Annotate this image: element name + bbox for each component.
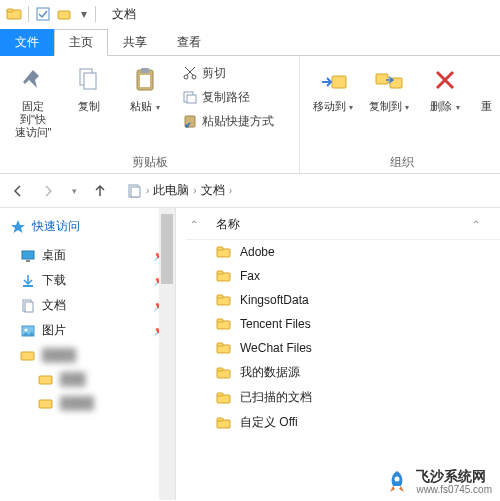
svg-rect-8 bbox=[140, 75, 150, 87]
copy-path-button[interactable]: 复制路径 bbox=[180, 86, 276, 108]
sort-arrow-icon: ⌃ bbox=[472, 219, 480, 230]
folder-icon bbox=[216, 292, 232, 308]
folder-icon bbox=[216, 316, 232, 332]
tab-file[interactable]: 文件 bbox=[0, 29, 54, 56]
svg-point-10 bbox=[192, 75, 196, 79]
tab-home[interactable]: 主页 bbox=[54, 29, 108, 56]
folder-small-icon[interactable] bbox=[57, 6, 73, 22]
svg-rect-34 bbox=[217, 295, 223, 298]
paste-button[interactable]: 粘贴 ▾ bbox=[120, 62, 170, 115]
svg-rect-2 bbox=[37, 8, 49, 20]
svg-rect-44 bbox=[217, 418, 223, 421]
breadcrumb-documents[interactable]: 文档 bbox=[201, 182, 225, 199]
sidebar-item-desktop[interactable]: 桌面 📌 bbox=[0, 243, 175, 268]
list-item[interactable]: Fax bbox=[186, 264, 500, 288]
svg-rect-36 bbox=[217, 319, 223, 322]
move-to-button[interactable]: 移动到 ▾ bbox=[308, 62, 358, 115]
separator bbox=[95, 6, 96, 22]
svg-rect-30 bbox=[217, 247, 223, 250]
delete-icon bbox=[429, 64, 461, 96]
breadcrumb-this-pc[interactable]: 此电脑 bbox=[153, 182, 189, 199]
copy-icon bbox=[73, 64, 105, 96]
folder-icon bbox=[216, 244, 232, 260]
sidebar-item-pictures[interactable]: 图片 📌 bbox=[0, 318, 175, 343]
svg-rect-28 bbox=[39, 400, 52, 408]
desktop-icon bbox=[20, 248, 36, 264]
svg-rect-32 bbox=[217, 271, 223, 274]
chevron-right-icon[interactable]: › bbox=[146, 185, 149, 196]
navbar: ▾ › 此电脑 › 文档 › bbox=[0, 174, 500, 208]
folder-icon bbox=[38, 371, 54, 387]
sidebar-item-folder[interactable]: ████ bbox=[0, 343, 175, 367]
tab-view[interactable]: 查看 bbox=[162, 29, 216, 56]
tab-share[interactable]: 共享 bbox=[108, 29, 162, 56]
paste-shortcut-button[interactable]: 粘贴快捷方式 bbox=[180, 110, 276, 132]
svg-rect-26 bbox=[21, 352, 34, 360]
list-item[interactable]: Adobe bbox=[186, 240, 500, 264]
move-to-icon bbox=[317, 64, 349, 96]
ribbon-group-label-clipboard: 剪贴板 bbox=[8, 152, 291, 171]
list-item[interactable]: 已扫描的文档 bbox=[186, 385, 500, 410]
cut-button[interactable]: 剪切 bbox=[180, 62, 276, 84]
svg-rect-23 bbox=[25, 302, 33, 312]
list-item[interactable]: KingsoftData bbox=[186, 288, 500, 312]
documents-icon bbox=[126, 183, 142, 199]
svg-rect-18 bbox=[131, 187, 140, 197]
paste-shortcut-icon bbox=[182, 113, 198, 129]
folder-icon bbox=[6, 6, 22, 22]
checkbox-icon[interactable] bbox=[35, 6, 51, 22]
sidebar-item-documents[interactable]: 文档 📌 bbox=[0, 293, 175, 318]
svg-rect-20 bbox=[26, 260, 30, 262]
nav-back-button[interactable] bbox=[8, 181, 28, 201]
sidebar-item-downloads[interactable]: 下载 📌 bbox=[0, 268, 175, 293]
list-item[interactable]: 自定义 Offi bbox=[186, 410, 500, 435]
svg-point-25 bbox=[25, 328, 28, 331]
chevron-right-icon[interactable]: › bbox=[193, 185, 196, 196]
file-list: ⌃ 名称 ⌃ Adobe Fax KingsoftData Tencent Fi… bbox=[176, 208, 500, 500]
svg-rect-5 bbox=[84, 73, 96, 89]
copy-to-icon bbox=[373, 64, 405, 96]
svg-rect-38 bbox=[217, 343, 223, 346]
svg-rect-7 bbox=[141, 68, 149, 73]
nav-tree: 快速访问 桌面 📌 下载 📌 文档 📌 图片 📌 ████ ███ bbox=[0, 208, 176, 500]
qat-dropdown-icon[interactable]: ▾ bbox=[79, 6, 89, 22]
svg-rect-15 bbox=[376, 74, 388, 84]
ribbon-group-label-organize: 组织 bbox=[308, 152, 496, 171]
sidebar-item-folder[interactable]: ███ bbox=[0, 367, 175, 391]
folder-icon bbox=[20, 347, 36, 363]
pin-to-quick-access-button[interactable]: 固定到"快 速访问" bbox=[8, 62, 58, 142]
ribbon-group-organize: 移动到 ▾ 复制到 ▾ 删除 ▾ 重 组织 bbox=[300, 56, 500, 173]
list-item[interactable]: Tencent Files bbox=[186, 312, 500, 336]
ribbon: 固定到"快 速访问" 复制 粘贴 ▾ 剪切 bbox=[0, 56, 500, 174]
list-item[interactable]: WeChat Files bbox=[186, 336, 500, 360]
scissors-icon bbox=[182, 65, 198, 81]
chevron-right-icon[interactable]: › bbox=[229, 185, 232, 196]
svg-rect-3 bbox=[58, 11, 70, 19]
rename-button-partial[interactable]: 重 bbox=[476, 62, 496, 115]
nav-history-dropdown[interactable]: ▾ bbox=[68, 181, 80, 201]
copy-button[interactable]: 复制 bbox=[64, 62, 114, 115]
star-icon bbox=[10, 219, 26, 235]
copy-path-icon bbox=[182, 89, 198, 105]
pictures-icon bbox=[20, 323, 36, 339]
svg-point-9 bbox=[184, 75, 188, 79]
column-header-name[interactable]: ⌃ 名称 ⌃ bbox=[186, 214, 500, 240]
sidebar-item-folder[interactable]: ████ bbox=[0, 391, 175, 415]
svg-rect-42 bbox=[217, 393, 223, 396]
ribbon-group-clipboard: 固定到"快 速访问" 复制 粘贴 ▾ 剪切 bbox=[0, 56, 300, 173]
quick-access-header[interactable]: 快速访问 bbox=[0, 214, 175, 239]
svg-rect-21 bbox=[23, 285, 33, 287]
svg-rect-40 bbox=[217, 368, 223, 371]
rename-icon bbox=[477, 64, 495, 96]
window-title: 文档 bbox=[112, 6, 136, 23]
list-item[interactable]: 我的数据源 bbox=[186, 360, 500, 385]
nav-up-button[interactable] bbox=[90, 181, 110, 201]
copy-to-button[interactable]: 复制到 ▾ bbox=[364, 62, 414, 115]
delete-button[interactable]: 删除 ▾ bbox=[420, 62, 470, 115]
folder-icon bbox=[216, 340, 232, 356]
breadcrumb[interactable]: › 此电脑 › 文档 › bbox=[126, 182, 232, 199]
nav-forward-button[interactable] bbox=[38, 181, 58, 201]
paste-icon bbox=[129, 64, 161, 96]
folder-icon bbox=[38, 395, 54, 411]
sidebar-scrollbar[interactable] bbox=[159, 208, 175, 500]
